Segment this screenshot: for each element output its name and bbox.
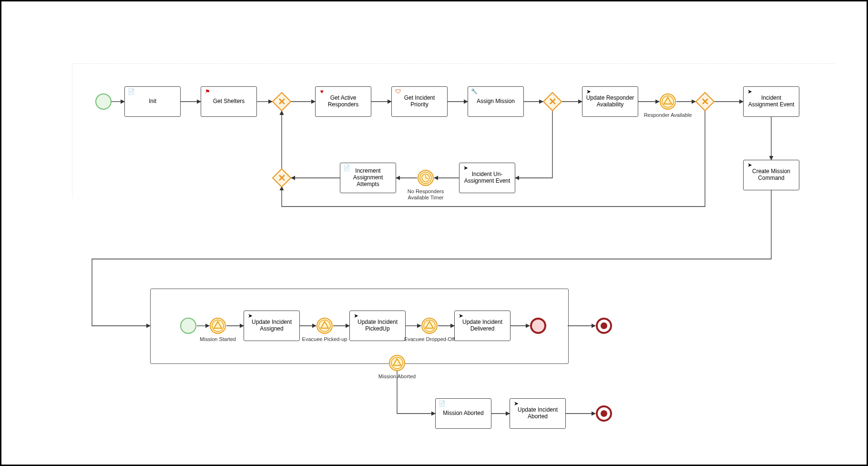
task-update-responder-availability[interactable]: ➤ Update Responder Availability [582, 86, 638, 117]
task-update-incident-assigned[interactable]: ➤ Update Incident Assigned [244, 311, 300, 341]
svg-text:✕: ✕ [278, 173, 286, 183]
task-init[interactable]: 📄 Init [124, 86, 181, 117]
task-label: Assign Mission [477, 98, 515, 105]
event-evacuee-picked-up[interactable] [316, 317, 333, 334]
task-label: Update Incident Aborted [513, 407, 562, 420]
send-icon: ➤ [247, 313, 254, 320]
svg-text:✕: ✕ [549, 96, 557, 107]
event-no-responders-timer[interactable] [417, 169, 434, 186]
event-label: Mission Started [192, 336, 244, 342]
svg-point-21 [317, 318, 332, 333]
task-label: Create Mission Command [746, 168, 796, 182]
task-increment-assignment-attempts[interactable]: 📄 Increment Assignment Attempts [340, 163, 396, 193]
boundary-event-mission-aborted[interactable] [388, 354, 406, 372]
svg-point-0 [96, 94, 111, 109]
send-icon: ➤ [746, 89, 753, 95]
subprocess-start-event[interactable] [180, 317, 197, 334]
connectors-layer [1, 1, 867, 465]
task-label: Update Responder Availability [585, 95, 635, 108]
task-label: Get Incident Priority [395, 95, 444, 108]
event-evacuee-dropped-off[interactable] [421, 317, 438, 334]
business-rule-icon: 🔧 [471, 89, 478, 95]
task-mission-aborted[interactable]: 📄 Mission Aborted [435, 398, 491, 429]
svg-point-18 [210, 318, 225, 333]
send-icon: ➤ [462, 165, 469, 172]
service-icon: ⚑ [204, 89, 211, 95]
task-label: Incident Assignment Event [746, 95, 796, 108]
task-assign-mission[interactable]: 🔧 Assign Mission [468, 86, 524, 117]
event-mission-started[interactable] [209, 317, 226, 334]
task-get-incident-priority[interactable]: 🛡 Get Incident Priority [391, 86, 448, 117]
service-icon: ♥ [318, 89, 325, 95]
task-label: Increment Assignment Attempts [343, 168, 393, 187]
event-label: No Responders Available Timer [399, 188, 452, 200]
task-incident-unassignment-event[interactable]: ➤ Incident Un-Assignment Event [459, 163, 515, 193]
svg-point-30 [389, 355, 405, 371]
event-label: Evacuee Dropped-Off [403, 336, 456, 342]
task-get-active-responders[interactable]: ♥ Get Active Responders [315, 86, 371, 117]
svg-point-34 [601, 410, 607, 417]
send-icon: ➤ [746, 162, 753, 169]
script-icon: 📄 [128, 89, 134, 95]
event-label: Mission Aborted [371, 373, 423, 380]
send-icon: ➤ [513, 401, 520, 407]
start-event[interactable] [95, 93, 112, 110]
send-icon: ➤ [353, 313, 359, 320]
task-label: Incident Un-Assignment Event [462, 171, 512, 185]
script-icon: 📄 [439, 401, 445, 407]
send-icon: ➤ [458, 313, 464, 320]
gateway-retry-merge[interactable]: ✕ [272, 168, 291, 187]
svg-point-27 [531, 319, 545, 333]
svg-text:✕: ✕ [278, 96, 286, 107]
svg-text:✕: ✕ [701, 96, 709, 107]
task-update-incident-pickedup[interactable]: ➤ Update Incident PickedUp [349, 311, 406, 341]
abort-end-event[interactable] [595, 405, 613, 422]
task-get-shelters[interactable]: ⚑ Get Shelters [201, 86, 257, 117]
event-label: Responder Available [642, 112, 694, 118]
task-label: Get Shelters [213, 98, 245, 105]
task-incident-assignment-event[interactable]: ➤ Incident Assignment Event [743, 86, 799, 117]
svg-point-24 [422, 318, 437, 333]
task-label: Update Incident Assigned [247, 319, 296, 332]
svg-point-5 [660, 94, 675, 109]
send-icon: ➤ [585, 89, 592, 95]
event-responder-available[interactable] [659, 93, 676, 110]
svg-point-17 [181, 318, 196, 333]
script-icon: 📄 [343, 165, 350, 172]
task-label: Update Incident PickedUp [353, 319, 402, 332]
process-end-event[interactable] [595, 317, 613, 334]
subprocess-end-event[interactable] [530, 317, 547, 334]
gateway-after-responder[interactable]: ✕ [695, 92, 715, 111]
service-icon: 🛡 [395, 89, 401, 95]
event-label: Evacuee Picked-up [298, 336, 351, 342]
task-update-incident-aborted[interactable]: ➤ Update Incident Aborted [510, 398, 566, 429]
task-create-mission-command[interactable]: ➤ Create Mission Command [743, 160, 799, 190]
gateway-assign-decision[interactable]: ✕ [543, 92, 562, 111]
diagram-frame: 📄 Init ⚑ Get Shelters ✕ ♥ Get Active Res… [0, 0, 868, 466]
task-label: Update Incident Delivered [458, 319, 507, 332]
task-update-incident-delivered[interactable]: ➤ Update Incident Delivered [454, 311, 511, 341]
svg-point-29 [601, 322, 607, 329]
task-label: Mission Aborted [443, 410, 483, 417]
gateway-converge-1[interactable]: ✕ [272, 92, 291, 111]
task-label: Get Active Responders [318, 95, 368, 108]
task-label: Init [149, 98, 156, 105]
